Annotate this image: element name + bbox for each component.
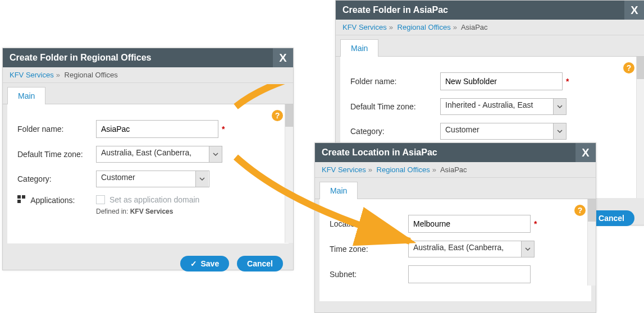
dialog-create-location-asiapac: Create Location in AsiaPac X KFV Service… [314, 142, 596, 313]
label-subnet: Subnet: [330, 270, 408, 279]
dialog-title: Create Folder in Regional Offices [10, 53, 152, 62]
tab-main[interactable]: Main [340, 39, 378, 57]
chevron-down-icon[interactable] [521, 241, 534, 257]
select-category[interactable]: Customer [96, 171, 209, 187]
required-marker: * [222, 125, 225, 134]
dialog-footer: ✓Save Cancel [315, 308, 596, 313]
breadcrumb: KFV Services» Regional Offices» AsiaPac [336, 20, 644, 35]
select-default-timezone[interactable]: Inherited - Australia, East [440, 98, 567, 115]
dialog-create-folder-regional: Create Folder in Regional Offices X KFV … [2, 48, 294, 270]
label-default-timezone: Default Time zone: [350, 102, 440, 111]
scrollbar[interactable] [587, 199, 596, 286]
input-subnet[interactable] [408, 265, 531, 283]
close-icon[interactable]: X [576, 143, 596, 162]
dialog-body: ? Folder name: * Default Time zone: Aust… [7, 104, 289, 243]
close-icon[interactable]: X [624, 1, 644, 20]
dialog-title: Create Location in AsiaPac [322, 148, 437, 157]
scrollbar[interactable] [636, 57, 644, 198]
tab-main[interactable]: Main [7, 87, 45, 104]
title-bar: Create Folder in AsiaPac X [336, 1, 644, 20]
breadcrumb: KFV Services» Regional Offices» AsiaPac [315, 162, 596, 178]
label-timezone: Time zone: [330, 245, 408, 254]
required-marker: * [566, 77, 569, 86]
chevron-down-icon[interactable] [195, 171, 208, 187]
input-location-name[interactable] [408, 215, 531, 233]
select-value: Australia, East (Canberra, [409, 241, 521, 257]
cancel-button[interactable]: Cancel [237, 256, 283, 271]
defined-in-text: Defined in: KFV Services [96, 208, 199, 215]
breadcrumb: KFV Services» Regional Offices [3, 67, 293, 83]
chevron-down-icon[interactable] [553, 99, 566, 114]
label-folder-name: Folder name: [17, 125, 96, 134]
tab-strip: Main [336, 35, 644, 57]
help-icon[interactable]: ? [623, 62, 634, 73]
tab-strip: Main [3, 83, 293, 104]
breadcrumb-link[interactable]: KFV Services [322, 165, 366, 174]
checkbox-icon [96, 195, 105, 204]
label-location-name: Location name: [330, 219, 408, 228]
breadcrumb-current: Regional Offices [65, 71, 118, 79]
check-icon: ✓ [190, 259, 197, 268]
dialog-title: Create Folder in AsiaPac [342, 5, 448, 15]
title-bar: Create Location in AsiaPac X [315, 143, 596, 162]
select-category[interactable]: Customer [440, 123, 567, 140]
breadcrumb-current: AsiaPac [440, 165, 467, 174]
breadcrumb-link[interactable]: Regional Offices [377, 165, 430, 174]
select-value: Customer [441, 123, 553, 139]
tab-strip: Main [315, 178, 596, 199]
label-category: Category: [350, 127, 440, 136]
select-timezone[interactable]: Australia, East (Canberra, [408, 241, 535, 257]
label-folder-name: Folder name: [350, 77, 440, 86]
applications-icon [17, 195, 25, 203]
label-category: Category: [17, 174, 96, 183]
chevron-down-icon[interactable] [209, 146, 222, 162]
help-icon[interactable]: ? [574, 205, 586, 216]
save-button[interactable]: ✓Save [180, 256, 229, 271]
required-marker: * [534, 219, 537, 228]
label-default-timezone: Default Time zone: [17, 150, 96, 159]
input-folder-name[interactable] [440, 72, 563, 90]
title-bar: Create Folder in Regional Offices X [3, 48, 293, 67]
input-folder-name[interactable] [96, 120, 218, 138]
scrollbar[interactable] [285, 104, 293, 243]
help-icon[interactable]: ? [272, 110, 283, 121]
dialog-footer: ✓Save Cancel [3, 250, 293, 280]
select-value: Inherited - Australia, East [441, 99, 553, 114]
breadcrumb-link[interactable]: Regional Offices [398, 23, 451, 31]
select-default-timezone[interactable]: Australia, East (Canberra, [96, 146, 222, 163]
breadcrumb-link[interactable]: KFV Services [342, 23, 387, 31]
checkbox-set-app-domain[interactable]: Set as application domain [96, 195, 199, 204]
select-value: Australia, East (Canberra, [97, 146, 209, 162]
chevron-down-icon[interactable] [553, 123, 566, 139]
tab-main[interactable]: Main [319, 182, 358, 199]
label-applications: Applications: [17, 195, 96, 205]
dialog-body: ? Location name: * Time zone: Australia,… [319, 199, 591, 301]
breadcrumb-current: AsiaPac [461, 23, 488, 31]
select-value: Customer [97, 171, 195, 187]
close-icon[interactable]: X [273, 48, 293, 67]
breadcrumb-link[interactable]: KFV Services [10, 71, 54, 79]
